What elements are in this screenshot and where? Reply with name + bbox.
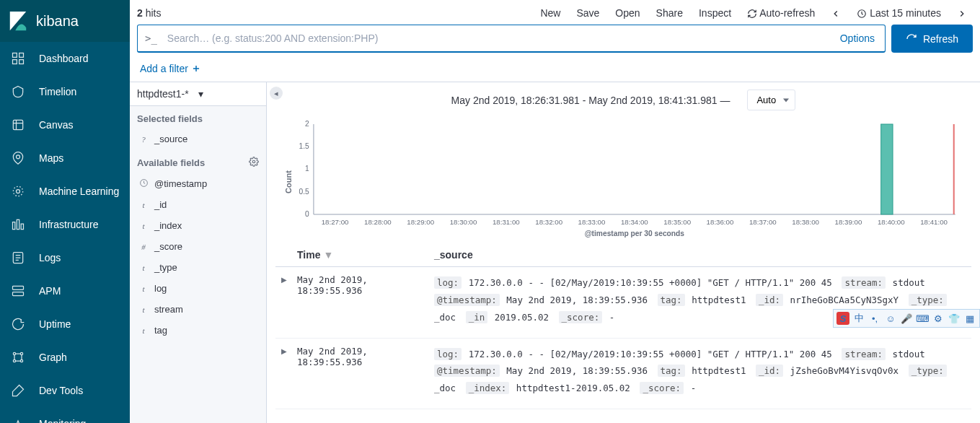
ime-skin-icon[interactable]: 👕 (948, 312, 961, 325)
field-_type[interactable]: t_type (130, 257, 266, 278)
field-name: @timestamp (154, 178, 207, 189)
search-input[interactable] (164, 25, 830, 51)
field-type-icon: t (138, 201, 149, 209)
ime-logo-icon[interactable]: S (836, 312, 849, 325)
search-prompt-icon: >_ (138, 32, 164, 44)
field-log[interactable]: tlog (130, 278, 266, 299)
menu-share[interactable]: Share (650, 4, 689, 22)
field-type-icon: t (138, 305, 149, 314)
nav-graph[interactable]: Graph (0, 341, 130, 374)
nav-canvas[interactable]: Canvas (0, 108, 130, 141)
kv-value: httpdtest1 (692, 365, 746, 376)
field-@timestamp[interactable]: @timestamp (130, 173, 266, 194)
ime-keyboard-icon[interactable]: ⌨ (916, 312, 929, 325)
plus-icon (191, 64, 201, 74)
search-box[interactable]: >_ Options (137, 25, 886, 53)
svg-text:18:30:00: 18:30:00 (450, 218, 477, 226)
nav-maps[interactable]: Maps (0, 141, 130, 175)
nav-label: Dashboard (39, 53, 89, 64)
field-_score[interactable]: #_score (130, 236, 266, 257)
ime-grid-icon[interactable]: ▦ (963, 312, 976, 325)
ime-smiley-icon[interactable]: ☺ (884, 312, 897, 325)
nav-icon (10, 283, 26, 299)
filter-bar: Add a filter (130, 57, 980, 82)
svg-rect-2 (13, 60, 17, 64)
field-_source[interactable]: ?_source (130, 128, 266, 149)
row-time: May 2nd 2019, 18:39:55.936 (297, 346, 434, 397)
nav-icon (10, 183, 26, 199)
histogram[interactable]: Count 00.511.5218:27:0018:28:0018:29:001… (284, 121, 963, 243)
gear-icon[interactable] (249, 157, 259, 169)
svg-point-7 (13, 186, 22, 196)
field-type-icon: t (138, 222, 149, 230)
nav-label: Maps (39, 152, 63, 164)
chevron-down-icon: ▾ (198, 88, 260, 100)
ime-lang-icon[interactable]: 中 (852, 312, 865, 325)
menu-save[interactable]: Save (570, 4, 605, 22)
kv-key: stream: (842, 348, 886, 360)
ime-settings-icon[interactable]: ⚙ (932, 312, 945, 325)
nav-icon (10, 416, 26, 423)
nav-icon (10, 349, 26, 365)
interval-select[interactable]: Auto (747, 90, 795, 110)
nav-label: Monitoring (39, 418, 86, 423)
nav-infrastructure[interactable]: Infrastructure (0, 208, 130, 241)
sidebar: kibana DashboardTimelionCanvasMapsMachin… (0, 0, 130, 423)
nav-monitoring[interactable]: Monitoring (0, 407, 130, 423)
add-filter-button[interactable]: Add a filter (140, 63, 201, 74)
nav-apm[interactable]: APM (0, 274, 130, 308)
ime-punct-icon[interactable]: •, (868, 312, 881, 325)
kv-value: _doc (434, 312, 456, 323)
nav-dev-tools[interactable]: Dev Tools (0, 374, 130, 407)
nav-logs[interactable]: Logs (0, 241, 130, 274)
menu-inspect[interactable]: Inspect (693, 4, 737, 22)
refresh-button[interactable]: Refresh (891, 25, 973, 53)
search-options[interactable]: Options (830, 32, 885, 44)
nav-label: Dev Tools (39, 385, 83, 396)
index-pattern-select[interactable]: httpdtest1-* ▾ (130, 82, 266, 106)
col-source-header[interactable]: _source (434, 249, 966, 261)
logo[interactable]: kibana (0, 0, 130, 42)
nav-dashboard[interactable]: Dashboard (0, 42, 130, 75)
svg-text:18:36:00: 18:36:00 (707, 218, 734, 226)
nav-timelion[interactable]: Timelion (0, 75, 130, 108)
svg-text:18:34:00: 18:34:00 (621, 218, 648, 226)
y-axis-label: Count (284, 170, 293, 193)
kv-value: stdout (893, 277, 925, 288)
table-row: ▶May 2nd 2019, 18:39:55.936log: 172.30.0… (275, 339, 971, 409)
field-stream[interactable]: tstream (130, 299, 266, 320)
time-prev[interactable] (825, 4, 847, 22)
kv-key: tag: (658, 294, 685, 306)
svg-text:18:40:00: 18:40:00 (878, 218, 905, 226)
col-time-header[interactable]: Time ▼ (297, 249, 434, 261)
time-range[interactable]: Last 15 minutes (851, 4, 947, 22)
kv-key: tag: (658, 365, 685, 377)
kv-value: _doc (434, 383, 456, 393)
svg-rect-9 (17, 219, 19, 229)
menu-open[interactable]: Open (609, 4, 645, 22)
svg-text:18:33:00: 18:33:00 (578, 218, 606, 226)
field-_id[interactable]: t_id (130, 194, 266, 215)
ime-mic-icon[interactable]: 🎤 (900, 312, 913, 325)
field-panel: httpdtest1-* ▾ Selected fields ?_source … (130, 82, 267, 423)
field-_index[interactable]: t_index (130, 215, 266, 236)
nav-machine-learning[interactable]: Machine Learning (0, 175, 130, 208)
svg-point-19 (252, 161, 255, 164)
menu-new[interactable]: New (534, 4, 566, 22)
nav-uptime[interactable]: Uptime (0, 308, 130, 341)
field-tag[interactable]: ttag (130, 320, 266, 341)
svg-point-17 (20, 359, 22, 362)
menu-autorefresh[interactable]: Auto-refresh (741, 4, 821, 22)
ime-toolbar[interactable]: S 中 •, ☺ 🎤 ⌨ ⚙ 👕 ▦ (833, 309, 980, 328)
expand-row-button[interactable]: ▶ (281, 274, 297, 326)
field-type-icon: t (138, 263, 149, 272)
field-type-icon: t (138, 284, 149, 293)
expand-row-button[interactable]: ▶ (281, 346, 297, 397)
kv-key: log: (434, 276, 462, 289)
time-next[interactable] (951, 4, 973, 22)
svg-point-6 (17, 190, 20, 193)
field-name: log (154, 283, 167, 294)
kv-value: - (691, 383, 697, 393)
kv-value: httpdtest1-2019.05.02 (516, 383, 630, 393)
field-name: _type (154, 262, 177, 273)
